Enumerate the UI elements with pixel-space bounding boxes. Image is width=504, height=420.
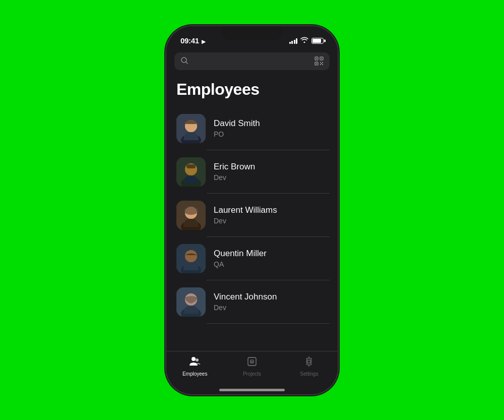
avatar	[176, 201, 206, 230]
battery-icon	[311, 38, 324, 44]
svg-point-35	[192, 357, 196, 361]
list-item[interactable]: Vincent Johnson Dev	[166, 280, 338, 324]
page-title: Employees	[176, 80, 328, 99]
svg-rect-11	[321, 63, 322, 64]
employee-info: Quentin Miller QA	[214, 249, 330, 268]
signal-bar-3	[294, 40, 295, 44]
tab-projects[interactable]: P Projects	[223, 355, 280, 377]
employees-tab-icon	[189, 355, 201, 370]
tab-employees[interactable]: Employees	[166, 355, 223, 377]
svg-rect-8	[322, 62, 323, 63]
svg-rect-2	[316, 58, 317, 59]
employee-info: Laurent Williams Dev	[214, 205, 330, 225]
avatar	[176, 157, 206, 187]
svg-point-36	[196, 358, 199, 362]
avatar	[176, 244, 206, 273]
employee-name: Quentin Miller	[214, 249, 330, 259]
search-bar[interactable]	[174, 52, 330, 70]
list-item[interactable]: Quentin Miller QA	[166, 237, 338, 280]
svg-rect-10	[322, 64, 323, 65]
tab-settings[interactable]: Settings	[281, 355, 338, 377]
tab-projects-label: Projects	[243, 371, 261, 377]
svg-point-26	[187, 210, 195, 215]
employee-info: Eric Brown Dev	[214, 162, 330, 182]
phone-screen: 09:41 ▶	[166, 26, 338, 394]
tab-settings-label: Settings	[300, 371, 318, 377]
svg-point-40	[307, 360, 310, 363]
notch	[222, 26, 282, 40]
status-icons	[289, 37, 324, 44]
settings-tab-icon	[303, 355, 315, 370]
list-item[interactable]: Laurent Williams Dev	[166, 194, 338, 237]
employee-list: David Smith PO	[166, 107, 338, 351]
search-container	[166, 48, 338, 75]
svg-rect-7	[320, 62, 321, 63]
employee-name: David Smith	[214, 118, 330, 129]
svg-rect-20	[186, 164, 196, 168]
employee-role: Dev	[214, 173, 330, 182]
svg-rect-4	[321, 58, 322, 59]
qr-code-icon[interactable]	[314, 56, 324, 66]
list-item[interactable]: Eric Brown Dev	[166, 150, 338, 194]
projects-tab-icon: P	[246, 355, 258, 370]
employee-role: PO	[214, 130, 330, 138]
home-indicator	[219, 389, 285, 391]
search-left	[180, 56, 188, 66]
status-time: 09:41 ▶	[180, 36, 205, 45]
employee-info: David Smith PO	[214, 118, 330, 138]
employee-name: Eric Brown	[214, 162, 330, 172]
list-item[interactable]: David Smith PO	[166, 107, 338, 150]
signal-bar-1	[289, 42, 291, 44]
location-icon: ▶	[202, 39, 206, 44]
avatar	[176, 287, 206, 317]
tab-employees-label: Employees	[182, 371, 207, 377]
employee-name: Laurent Williams	[214, 205, 330, 215]
svg-rect-9	[320, 64, 321, 65]
battery-fill	[312, 39, 321, 43]
employee-role: Dev	[214, 304, 330, 312]
signal-bar-2	[291, 41, 293, 44]
search-icon	[180, 56, 188, 66]
wifi-icon	[300, 37, 308, 44]
employee-name: Vincent Johnson	[214, 292, 330, 302]
tab-bar: Employees P Projects	[166, 351, 338, 387]
phone-frame: 09:41 ▶	[166, 26, 338, 394]
employee-role: QA	[214, 260, 330, 268]
signal-bars-icon	[289, 38, 298, 44]
svg-rect-6	[316, 63, 317, 64]
signal-bar-4	[296, 38, 297, 44]
avatar	[176, 114, 206, 143]
employee-role: Dev	[214, 217, 330, 225]
svg-text:P: P	[250, 360, 254, 365]
page-title-container: Employees	[166, 75, 338, 107]
svg-point-30	[185, 250, 197, 262]
employee-info: Vincent Johnson Dev	[214, 292, 330, 312]
